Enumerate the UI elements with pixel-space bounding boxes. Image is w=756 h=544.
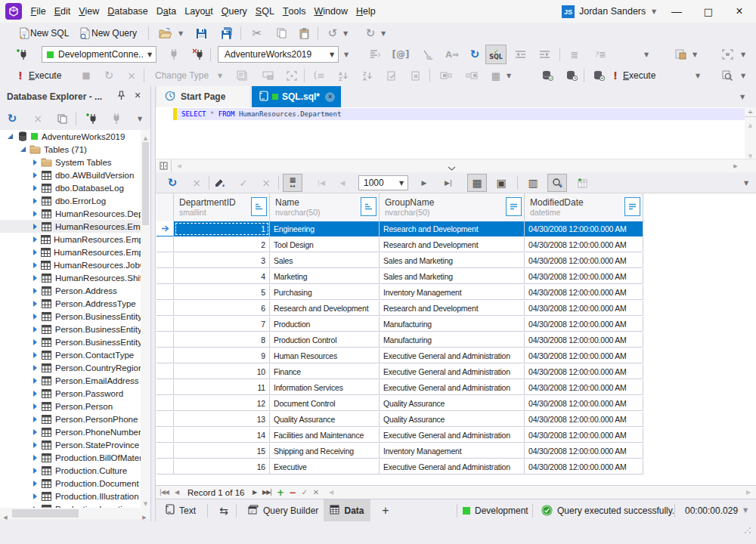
save-icon[interactable] [192,23,210,44]
chevron-collapsed-icon[interactable] [33,352,37,358]
tree-item-production-billofmaterials[interactable]: Production.BillOfMaterials [0,451,150,464]
chevron-collapsed-icon[interactable] [33,211,37,217]
database-select[interactable]: AdventureWorks2019 ▼ [218,46,339,63]
chevron-collapsed-icon[interactable] [33,481,37,487]
tab-data[interactable]: Data [324,499,370,521]
tree-item-person-address[interactable]: Person.Address [0,284,150,297]
chevron-collapsed-icon[interactable] [33,185,37,191]
page-size-select[interactable]: 1000▼ [358,175,408,190]
cell[interactable]: Inventory Management [380,444,525,459]
cell[interactable]: Tool Design [270,237,380,252]
tree-item-person-person[interactable]: Person.Person [0,400,150,413]
column-header-name[interactable]: Namenvarchar(50) [270,193,380,221]
tree-item-system-tables[interactable]: System Tables [0,156,150,168]
chevron-collapsed-icon[interactable] [33,262,37,268]
tree-item-person-businessentitycontact[interactable]: Person.BusinessEntityContact [0,335,150,348]
cell[interactable]: Engineering [270,221,380,236]
chevron-collapsed-icon[interactable] [33,301,37,307]
tree-hscrollbar[interactable]: ◀ ▶ [0,508,150,519]
chevron-collapsed-icon[interactable] [33,468,37,474]
menu-help[interactable]: Help [352,0,380,23]
maximize-button[interactable]: □ [696,0,721,23]
new-query-button[interactable]: New Query [91,23,137,44]
menu-tools[interactable]: Tools [278,0,310,23]
menu-query[interactable]: Query [217,0,251,23]
table-row-8[interactable]: 8Production ControlManufacturing04/30/20… [156,332,644,348]
table-row-1[interactable]: 1EngineeringResearch and Development04/3… [156,221,644,237]
cell[interactable]: 8 [174,332,270,348]
chevron-collapsed-icon[interactable] [33,365,37,371]
minimize-button[interactable]: — [664,0,689,23]
cell[interactable]: 4 [174,269,270,284]
cell[interactable]: 04/30/2008 12:00:00.000 AM [525,412,643,427]
tree-item-humanresources-employeepayhistory[interactable]: HumanResources.EmployeePayHistory [0,246,150,258]
fit-columns-icon[interactable]: ▦↔ [283,174,302,192]
chevron-expanded-icon[interactable] [20,147,26,152]
cell[interactable]: Quality Assurance [380,412,525,427]
tree-item-person-businessentity[interactable]: Person.BusinessEntity [0,310,150,323]
menu-database[interactable]: Database [104,0,153,23]
menu-window[interactable]: Window [310,0,352,23]
chevron-collapsed-icon[interactable] [33,403,37,410]
tree-item-person-addresstype[interactable]: Person.AddressType [0,297,150,310]
analyzer-icon[interactable] [590,65,608,86]
chevron-collapsed-icon[interactable] [33,416,37,422]
new-connection-icon[interactable] [83,108,101,129]
search-icon[interactable] [718,65,736,86]
tree-item-person-emailaddress[interactable]: Person.EmailAddress [0,374,150,387]
user-name[interactable]: Jordan Sanders [579,0,646,23]
history-icon[interactable] [562,65,581,86]
menu-data[interactable]: Data [152,0,180,23]
cell[interactable]: 04/30/2008 12:00:00.000 AM [525,459,643,474]
cell[interactable]: Research and Development [270,301,380,316]
new-sql-button[interactable]: New SQL [30,23,69,44]
cell[interactable]: Sales [270,253,380,268]
cell[interactable]: Document Control [270,396,380,411]
cell[interactable]: 04/30/2008 12:00:00.000 AM [525,237,643,252]
cell[interactable]: 10 [174,364,270,379]
cell[interactable]: 04/30/2008 12:00:00.000 AM [525,301,643,316]
cell[interactable]: 04/30/2008 12:00:00.000 AM [525,332,643,348]
execute2-button[interactable]: Execute [623,65,655,86]
tree-item-humanresources-employee[interactable]: HumanResources.Employee [0,220,150,233]
tree-item-humanresources-employeedepartmenthistory[interactable]: HumanResources.EmployeeDepartmentHistory [0,233,150,246]
cell[interactable]: 04/30/2008 12:00:00.000 AM [525,396,643,411]
tree-item-dbo-databaselog[interactable]: dbo.DatabaseLog [0,181,150,194]
filter-button[interactable] [506,197,522,216]
tab-text[interactable]: Text [159,499,205,521]
cell[interactable]: Human Resources [270,348,380,363]
chevron-collapsed-icon[interactable] [33,339,37,345]
panel-close-icon[interactable]: × [135,89,141,101]
cell[interactable]: 04/30/2008 12:00:00.000 AM [525,380,643,395]
cell[interactable]: 04/30/2008 12:00:00.000 AM [525,285,643,300]
chevron-collapsed-icon[interactable] [33,224,37,230]
tree-item-humanresources-shift[interactable]: HumanResources.Shift [0,271,150,284]
cell[interactable]: Shipping and Receiving [270,444,380,459]
change-type-caret[interactable]: ▼ [215,65,225,86]
chevron-collapsed-icon[interactable] [33,442,37,448]
tree-item-person-personphone[interactable]: Person.PersonPhone [0,413,150,425]
cell[interactable]: Manufacturing [380,332,525,348]
cell[interactable]: Facilities and Maintenance [270,428,380,443]
tree-item-production-illustration[interactable]: Production.Illustration [0,490,150,502]
cell[interactable]: Executive General and Administration [380,428,525,443]
execute-button[interactable]: Execute [29,65,61,86]
chevron-collapsed-icon[interactable] [33,378,37,384]
card-view-icon[interactable]: ▣ [491,174,511,192]
tree-item-humanresources-jobcandidate[interactable]: HumanResources.JobCandidate [0,258,150,271]
grid-hscroll-left-icon[interactable]: ◀ [327,486,336,499]
tab-start-page[interactable]: Start Page [157,86,249,107]
table-row-12[interactable]: 12Document ControlQuality Assurance04/30… [156,396,644,412]
cell[interactable]: 04/30/2008 12:00:00.000 AM [525,317,643,332]
table-row-15[interactable]: 15Shipping and ReceivingInventory Manage… [156,444,644,459]
close-button[interactable]: × [727,0,752,23]
cell[interactable]: Production Control [270,332,380,348]
cell[interactable]: 5 [174,285,270,300]
cell[interactable]: 04/30/2008 12:00:00.000 AM [525,444,643,459]
new-connection-icon[interactable] [14,44,32,65]
tab-query-builder[interactable]: Query Builder [240,499,327,521]
table-row-7[interactable]: 7ProductionManufacturing04/30/2008 12:00… [156,317,644,332]
tree-item-dbo-awbuildversion[interactable]: dbo.AWBuildVersion [0,168,150,181]
chevron-collapsed-icon[interactable] [33,326,37,332]
sql-editor[interactable]: SELECT * FROM HumanResources.Department … [156,107,756,159]
